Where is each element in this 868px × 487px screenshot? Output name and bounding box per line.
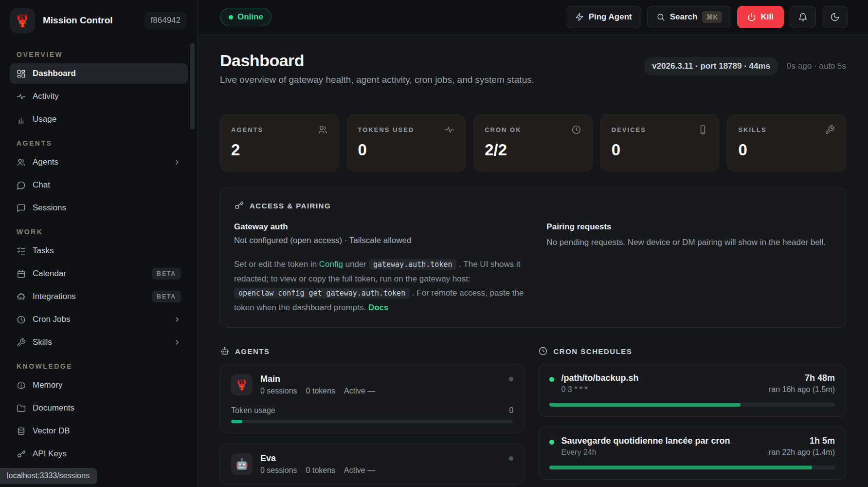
sidebar-item-integrations[interactable]: Integrations BETA (10, 286, 188, 307)
chat-bubble-icon (17, 181, 26, 190)
sidebar-item-label: Tasks (33, 246, 54, 256)
sidebar-item-calendar[interactable]: Calendar BETA (10, 263, 188, 284)
sidebar-item-label: Agents (33, 157, 58, 167)
token-usage-fill (231, 420, 242, 423)
sidebar-item-label: Vector DB (33, 426, 70, 436)
cron-next-run: 7h 48m (805, 373, 835, 383)
sidebar-item-api-keys[interactable]: API Keys (10, 444, 188, 464)
activity-icon (17, 92, 26, 101)
agent-card-main[interactable]: 🦞 Main 0 sessions 0 tokens Active — (220, 364, 524, 433)
chevron-right-icon (173, 338, 181, 346)
stat-card-skills: SKILLS 0 (727, 114, 846, 171)
stat-value: 2 (231, 141, 328, 159)
version-badge: v2026.3.11 · port 18789 · 44ms (644, 57, 778, 75)
cron-job-card[interactable]: /path/to/backup.sh 7h 48m 0 3 * * * ran … (538, 364, 846, 417)
search-button[interactable]: Search ⌘K (647, 6, 731, 28)
topbar-actions: Ping Agent Search ⌘K Kill (566, 6, 848, 28)
token-usage-track (231, 420, 513, 423)
sidebar-item-activity[interactable]: Activity (10, 86, 188, 107)
stat-value: 0 (358, 141, 455, 159)
key-icon (17, 450, 26, 459)
stat-card-cron: CRON OK 2/2 (473, 114, 593, 171)
notifications-button[interactable] (790, 6, 816, 28)
activity-icon (444, 125, 454, 135)
checklist-icon (17, 246, 26, 256)
sidebar-item-sessions[interactable]: Sessions (10, 198, 188, 218)
sidebar-item-documents[interactable]: Documents (10, 398, 188, 418)
section-label-agents: AGENTS (17, 139, 188, 147)
config-link[interactable]: Config (319, 260, 343, 269)
chevron-right-icon (173, 316, 181, 323)
clock-icon (571, 125, 581, 135)
calendar-icon (17, 269, 26, 279)
sidebar-header: 🦞 Mission Control f864942 (0, 0, 198, 38)
stat-value: 2/2 (485, 141, 581, 159)
online-dot-icon (229, 15, 233, 19)
power-icon (747, 13, 756, 21)
kill-button[interactable]: Kill (737, 6, 784, 28)
app-logo-lobster-icon: 🦞 (10, 8, 35, 33)
gateway-auth-block: Gateway auth Not configured (open access… (234, 222, 525, 315)
sidebar-item-chat[interactable]: Chat (10, 175, 188, 195)
stat-card-tokens: TOKENS USED 0 (347, 114, 466, 171)
folder-icon (17, 404, 26, 413)
agent-name: Eva (260, 453, 375, 464)
agent-tokens: 0 tokens (306, 466, 335, 475)
cron-schedule: Every 24h (561, 448, 596, 457)
stat-cards-row: AGENTS 2 TOKENS USED 0 CRON OK 2/2 DEVIC… (220, 114, 846, 171)
agent-card-eva[interactable]: 🤖 Eva 0 sessions 0 tokens Active — (220, 443, 524, 485)
agent-name: Main (260, 374, 375, 384)
brain-icon (17, 381, 26, 390)
agent-status-dot (509, 456, 513, 461)
sidebar-item-label: API Keys (33, 449, 67, 459)
pairing-title: Pairing requests (546, 222, 832, 232)
token-usage-value: 0 (509, 406, 514, 415)
sidebar-scrollbar[interactable] (190, 43, 195, 130)
cron-progress-fill (549, 403, 741, 407)
page-header: Dashboard Live overview of gateway healt… (220, 51, 846, 85)
topbar: Online Ping Agent Search ⌘K Kill (198, 0, 868, 35)
docs-link[interactable]: Docs (368, 303, 389, 312)
moon-icon (830, 12, 840, 22)
stat-card-devices: DEVICES 0 (600, 114, 720, 171)
gateway-auth-status: Not configured (open access) · Tailscale… (234, 236, 525, 245)
agent-active: Active — (344, 466, 375, 475)
gateway-auth-note: Set or edit the token in Config under ga… (234, 257, 525, 315)
sidebar-item-cron-jobs[interactable]: Cron Jobs (10, 309, 188, 330)
panel-title: ACCESS & PAIRING (250, 202, 331, 210)
sidebar-item-memory[interactable]: Memory (10, 375, 188, 395)
cli-command-code: openclaw config get gateway.auth.token (234, 288, 410, 299)
sidebar-item-agents[interactable]: Agents (10, 152, 188, 172)
app-title: Mission Control (43, 15, 113, 26)
agent-active: Active — (344, 387, 375, 395)
ping-agent-button[interactable]: Ping Agent (566, 6, 641, 28)
cron-last-run: ran 16h ago (1.5m) (769, 385, 835, 394)
sidebar-item-label: Calendar (33, 269, 66, 279)
sidebar-item-tasks[interactable]: Tasks (10, 241, 188, 261)
sidebar-item-skills[interactable]: Skills (10, 332, 188, 353)
sidebar-item-vector-db[interactable]: Vector DB (10, 421, 188, 441)
cron-next-run: 1h 5m (810, 436, 835, 446)
pairing-requests-block: Pairing requests No pending requests. Ne… (546, 222, 832, 315)
bar-chart-icon (17, 115, 26, 124)
cron-job-card[interactable]: Sauvegarde quotidienne lancée par cron 1… (538, 427, 846, 480)
smartphone-icon (698, 125, 708, 135)
puzzle-icon (17, 292, 26, 301)
main-area: Online Ping Agent Search ⌘K Kill (198, 0, 868, 487)
dashboard-grid-icon (17, 69, 26, 78)
search-shortcut-kbd: ⌘K (702, 11, 722, 23)
sidebar-item-usage[interactable]: Usage (10, 109, 188, 130)
refresh-status: 0s ago · auto 5s (787, 61, 846, 71)
cron-job-name: Sauvegarde quotidienne lancée par cron (561, 436, 730, 446)
agents-column: AGENTS 🦞 Main 0 sessions 0 tokens (220, 346, 524, 485)
sidebar-item-dashboard[interactable]: Dashboard (10, 63, 188, 84)
cron-status-dot (549, 377, 554, 382)
sidebar-item-label: Dashboard (33, 69, 76, 78)
theme-toggle-button[interactable] (822, 6, 848, 28)
token-path-code: gateway.auth.token (369, 259, 457, 270)
key-icon (234, 201, 244, 210)
page-subtitle: Live overview of gateway health, agent a… (220, 75, 534, 85)
pairing-text: No pending requests. New device or DM pa… (546, 236, 831, 249)
search-icon (656, 13, 665, 21)
cron-column: CRON SCHEDULES /path/to/backup.sh 7h 48m (538, 346, 846, 485)
